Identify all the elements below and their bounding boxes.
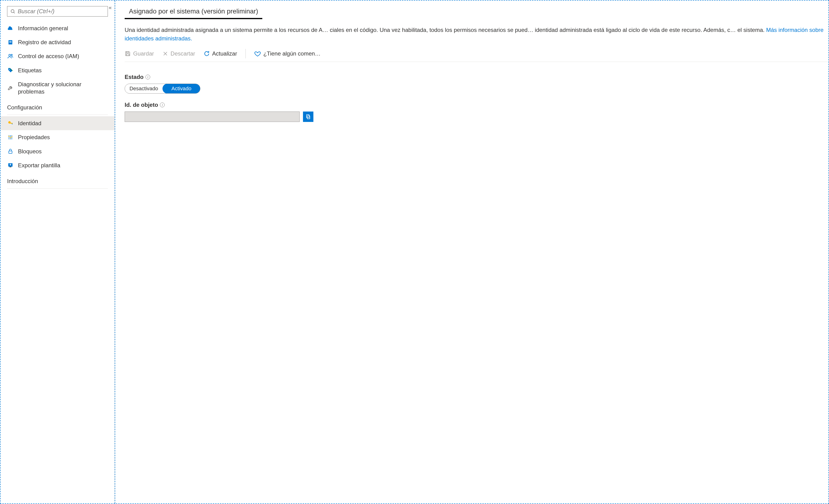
cloud-icon: [7, 25, 14, 32]
sidebar-item-properties[interactable]: Propiedades: [0, 130, 114, 144]
svg-point-7: [9, 69, 10, 70]
svg-rect-15: [10, 137, 11, 138]
sidebar-item-activity-log[interactable]: Registro de actividad: [0, 35, 114, 49]
section-divider: [7, 115, 108, 115]
sidebar-item-diagnose[interactable]: Diagnosticar y solucionar problemas: [0, 77, 114, 99]
section-header-config: Configuración: [0, 99, 114, 113]
sidebar-item-label: Bloqueos: [18, 148, 42, 155]
sidebar-item-label: Diagnosticar y solucionar problemas: [18, 81, 108, 95]
copy-button[interactable]: [303, 112, 313, 122]
toolbar-label: Guardar: [133, 50, 154, 57]
close-icon: [163, 51, 168, 56]
refresh-button[interactable]: Actualizar: [204, 50, 237, 57]
svg-rect-16: [11, 136, 12, 137]
tags-icon: [7, 67, 14, 74]
sidebar-item-label: Propiedades: [18, 133, 50, 141]
key-icon: [7, 120, 14, 127]
collapse-sidebar-icon[interactable]: «: [109, 5, 112, 11]
svg-point-0: [11, 10, 14, 13]
save-button[interactable]: Guardar: [124, 50, 154, 57]
sidebar-item-label: Control de acceso (IAM): [18, 52, 79, 60]
heart-icon: [254, 50, 261, 57]
state-label-text: Estado: [124, 74, 144, 80]
svg-rect-4: [9, 42, 11, 42]
sidebar-item-label: Información general: [18, 25, 68, 32]
toolbar: Guardar Descartar Actualizar ¿Tiene algú…: [124, 49, 829, 62]
sidebar-item-identity[interactable]: Identidad: [0, 116, 114, 130]
people-icon: [7, 53, 14, 60]
save-icon: [124, 50, 131, 57]
toggle-on[interactable]: Activado: [163, 84, 200, 93]
copy-icon: [305, 114, 311, 120]
svg-point-6: [11, 54, 12, 55]
state-label: Estado i: [124, 74, 829, 80]
svg-rect-24: [307, 116, 310, 119]
search-icon: [10, 9, 15, 14]
sidebar-item-access-control[interactable]: Control de acceso (IAM): [0, 49, 114, 63]
svg-point-5: [9, 54, 11, 56]
info-icon[interactable]: i: [160, 103, 165, 107]
discard-button[interactable]: Descartar: [163, 50, 195, 57]
sidebar-item-export-template[interactable]: Exportar plantilla: [0, 158, 114, 172]
log-icon: [7, 39, 14, 46]
svg-rect-9: [10, 123, 12, 124]
toolbar-label: Actualizar: [212, 50, 237, 57]
tab-bar: Asignado por el sistema (versión prelimi…: [124, 5, 829, 19]
object-id-label: Id. de objeto i: [124, 102, 829, 108]
svg-rect-14: [8, 136, 9, 137]
state-toggle[interactable]: Desactivado Activado: [124, 84, 200, 93]
sidebar-item-label: Identidad: [18, 120, 41, 127]
svg-rect-19: [9, 166, 11, 167]
sidebar-item-locks[interactable]: Bloqueos: [0, 144, 114, 158]
object-id-input: [124, 112, 300, 122]
svg-line-1: [14, 12, 15, 13]
export-icon: [7, 162, 14, 168]
lock-icon: [7, 148, 14, 155]
section-divider: [7, 188, 108, 189]
sidebar-item-overview[interactable]: Información general: [0, 21, 114, 35]
sidebar: « Información general Registro de activi…: [0, 0, 115, 504]
svg-rect-21: [127, 54, 129, 56]
section-header-intro: Introducción: [0, 172, 114, 187]
search-box[interactable]: [7, 6, 108, 16]
svg-rect-25: [307, 115, 309, 118]
wrench-icon: [7, 85, 14, 91]
toolbar-label: Descartar: [171, 50, 195, 57]
sidebar-item-tags[interactable]: Etiquetas: [0, 63, 114, 77]
info-icon[interactable]: i: [145, 75, 150, 79]
sliders-icon: [7, 134, 14, 141]
sidebar-item-label: Registro de actividad: [18, 39, 71, 46]
sidebar-item-label: Exportar plantilla: [18, 162, 60, 169]
svg-rect-10: [12, 124, 12, 124]
toolbar-label: ¿Tiene algún comen…: [263, 50, 321, 57]
refresh-icon: [204, 50, 210, 57]
toggle-off[interactable]: Desactivado: [125, 84, 163, 93]
description-text: Una identidad administrada asignada a un…: [124, 27, 766, 33]
svg-rect-20: [127, 51, 129, 53]
search-input[interactable]: [18, 8, 105, 15]
svg-rect-17: [9, 151, 12, 153]
identity-description: Una identidad administrada asignada a un…: [124, 26, 829, 43]
sidebar-item-label: Etiquetas: [18, 67, 42, 74]
feedback-button[interactable]: ¿Tiene algún comen…: [254, 50, 321, 57]
svg-rect-3: [9, 41, 11, 42]
tab-system-assigned[interactable]: Asignado por el sistema (versión prelimi…: [124, 5, 262, 19]
main-content: Asignado por el sistema (versión prelimi…: [115, 0, 829, 504]
object-id-label-text: Id. de objeto: [124, 102, 158, 108]
